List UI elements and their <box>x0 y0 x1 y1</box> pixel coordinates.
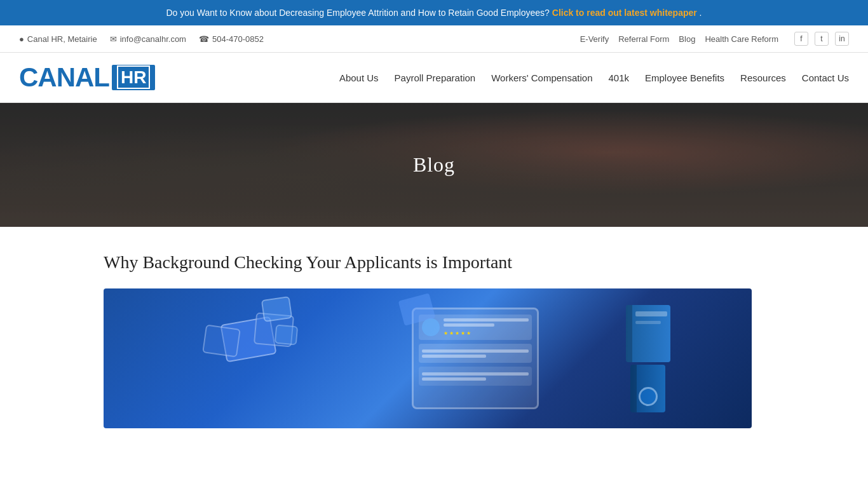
screen-card-3 <box>419 367 532 386</box>
social-icons: f t in <box>794 32 849 46</box>
card-line-full <box>444 318 529 322</box>
logo-hr-inner: HR <box>117 65 150 89</box>
top-link-everify[interactable]: E-Verify <box>580 34 609 44</box>
logo: CANAL HR <box>19 62 155 93</box>
card-line-3a <box>422 372 529 376</box>
announcement-bar: Do you Want to Know about Decreasing Emp… <box>0 0 868 25</box>
top-links: E-Verify Referral Form Blog Health Care … <box>580 32 849 46</box>
location-text: Canal HR, Metairie <box>27 34 97 44</box>
stars-row: ★ ★ ★ ★ ★ <box>444 330 529 336</box>
menu-item-about[interactable]: About Us <box>339 72 379 83</box>
card-lines-3 <box>422 372 529 381</box>
article-title: Why Background Checking Your Applicants … <box>104 252 764 273</box>
float-shape-2 <box>275 325 298 346</box>
card-lines-2 <box>422 349 529 358</box>
menu-item-401k[interactable]: 401k <box>608 72 629 83</box>
book-2 <box>630 365 665 412</box>
content-area: Why Background Checking Your Applicants … <box>85 227 783 454</box>
illustration: ★ ★ ★ ★ ★ <box>104 288 752 428</box>
email-icon: ✉ <box>110 34 117 44</box>
floating-shapes <box>262 298 297 344</box>
screen-card-1: ★ ★ ★ ★ ★ <box>419 315 532 340</box>
book-title-line <box>635 311 667 316</box>
card-lines: ★ ★ ★ ★ ★ <box>444 318 529 336</box>
menu-item-contact[interactable]: Contact Us <box>802 72 849 83</box>
email-link[interactable]: info@canalhr.com <box>120 34 186 44</box>
screen-card-2 <box>419 344 532 363</box>
announcement-suffix: . <box>700 8 702 18</box>
card-line-2b <box>422 355 486 358</box>
book-spine-1 <box>626 305 632 362</box>
contact-info: ● Canal HR, Metairie ✉ info@canalhr.com … <box>19 34 264 44</box>
logo-hr-box: HR <box>112 65 155 90</box>
card-line-3b <box>422 377 486 381</box>
menu-item-resources[interactable]: Resources <box>740 72 786 83</box>
screen-mock: ★ ★ ★ ★ ★ <box>412 308 539 409</box>
location-info: ● Canal HR, Metairie <box>19 34 97 44</box>
main-nav: CANAL HR About Us Payroll Preparation Wo… <box>0 53 868 103</box>
card-line-2a <box>422 349 529 353</box>
floating-elements <box>185 308 325 409</box>
hero-banner: Blog <box>0 103 868 227</box>
book-1 <box>626 305 670 362</box>
article-image: ★ ★ ★ ★ ★ <box>104 288 752 428</box>
float-shape-1 <box>261 296 292 322</box>
menu-item-workers[interactable]: Workers' Compensation <box>491 72 592 83</box>
linkedin-icon[interactable]: in <box>835 32 849 46</box>
top-link-referral[interactable]: Referral Form <box>618 34 669 44</box>
announcement-text: Do you Want to Know about Decreasing Emp… <box>166 8 550 18</box>
main-menu: About Us Payroll Preparation Workers' Co… <box>339 72 849 83</box>
secondary-nav: ● Canal HR, Metairie ✉ info@canalhr.com … <box>0 25 868 53</box>
logo-canal: CANAL <box>19 62 109 93</box>
book-circle <box>639 387 658 406</box>
email-info: ✉ info@canalhr.com <box>110 34 186 44</box>
announcement-cta[interactable]: Click to read out latest whitepaper <box>552 8 697 18</box>
phone-icon: ☎ <box>199 34 209 44</box>
top-link-healthcarereform[interactable]: Health Care Reform <box>705 34 778 44</box>
hero-title: Blog <box>413 153 455 177</box>
menu-item-benefits[interactable]: Employee Benefits <box>645 72 724 83</box>
top-link-blog[interactable]: Blog <box>679 34 695 44</box>
book-spine-2 <box>630 365 637 412</box>
card-line-short <box>444 323 494 327</box>
facebook-icon[interactable]: f <box>794 32 808 46</box>
floating-card-3 <box>202 324 241 357</box>
menu-item-payroll[interactable]: Payroll Preparation <box>395 72 476 83</box>
card-avatar <box>422 318 440 336</box>
location-icon: ● <box>19 34 24 44</box>
phone-text: 504-470-0852 <box>212 34 264 44</box>
twitter-icon[interactable]: t <box>815 32 829 46</box>
phone-info: ☎ 504-470-0852 <box>199 34 264 44</box>
book-stack <box>626 305 670 412</box>
book-subtitle-line <box>635 321 661 324</box>
